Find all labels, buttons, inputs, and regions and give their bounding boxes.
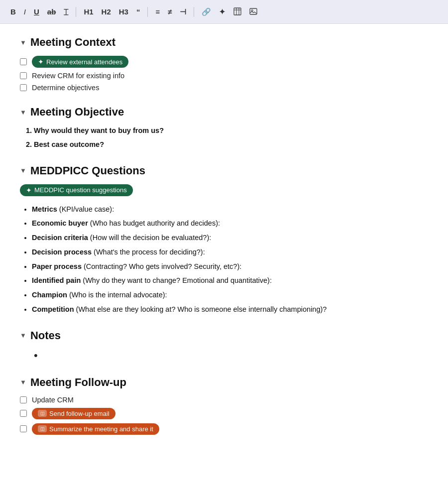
h3-button[interactable]: H3 [116,6,131,17]
underline-button[interactable]: U [31,6,42,17]
meeting-objective-header: ▼ Meeting Objective [20,106,428,119]
send-followup-email-label: Send follow-up email [49,410,110,417]
followup-checkbox-3[interactable] [20,425,27,432]
meeting-context-collapse[interactable]: ▼ [20,39,26,46]
meeting-context-header: ▼ Meeting Context [20,36,428,49]
meddpicc-decision-process: Decision process (What's the process for… [32,247,428,258]
meddpicc-list: Metrics (KPI/value case): Economic buyer… [20,204,428,315]
strikethrough-button[interactable]: ab [45,6,59,17]
checklist-item-2: Review CRM for existing info [20,72,428,80]
link-button[interactable]: 🔗 [199,6,214,17]
notes-header: ▼ Notes [20,329,428,342]
checklist-item-2-label: Review CRM for existing info [32,72,124,80]
meddpicc-title: MEDDPICC Questions [30,164,145,177]
quote-button[interactable]: “ [134,6,143,17]
meddpicc-section: ▼ MEDDPICC Questions ✦ MEDDPIC question … [20,164,428,315]
meddpicc-economic-buyer: Economic buyer (Who has budget authority… [32,218,428,229]
review-external-attendees-badge[interactable]: ✦ Review external attendees [32,56,128,68]
notes-collapse[interactable]: ▼ [20,332,26,339]
crm-icon-1: ◫ [38,410,47,417]
meddpic-suggestions-label: MEDDPIC question suggestions [34,186,127,194]
separator-1 [76,7,76,17]
send-followup-email-badge[interactable]: ◫ Send follow-up email [32,408,115,419]
ai-sparkle-button[interactable]: ✦ [217,6,228,17]
meeting-objective-collapse[interactable]: ▼ [20,109,26,116]
image-button[interactable] [247,6,260,18]
checklist-item-3-label: Determine objectives [32,84,99,92]
crm-icon-2: ◫ [38,425,47,432]
meeting-objective-section: ▼ Meeting Objective Why would they want … [20,106,428,150]
meeting-followup-header: ▼ Meeting Follow-up [20,376,428,389]
meddpicc-header: ▼ MEDDPICC Questions [20,164,428,177]
checklist-button[interactable]: ⊣ [177,6,189,17]
h1-button[interactable]: H1 [81,6,96,17]
checklist-item-3: Determine objectives [20,84,428,92]
toolbar: B I U ab ⌶ H1 H2 H3 “ ≡ ≠ ⊣ 🔗 ✦ [0,0,448,24]
meddpic-suggestions-badge[interactable]: ✦ MEDDPIC question suggestions [20,184,133,196]
meddpicc-collapse[interactable]: ▼ [20,167,26,174]
separator-2 [147,7,148,17]
svg-rect-0 [234,8,241,15]
svg-rect-4 [250,8,257,14]
meddpicc-badge-container: ✦ MEDDPIC question suggestions [20,184,428,196]
meddpicc-champion: Champion (Who is the internal advocate): [32,290,428,301]
meeting-objective-list: Why would they want to buy from us? Best… [20,125,428,150]
followup-item-2: ◫ Send follow-up email [20,408,428,419]
notes-bullet-point: • [20,349,428,362]
h2-button[interactable]: H2 [99,6,113,17]
review-external-attendees-label: Review external attendees [46,58,122,66]
meeting-followup-title: Meeting Follow-up [30,376,126,389]
svg-point-5 [251,9,253,11]
checklist-checkbox-1[interactable] [20,58,27,65]
meeting-followup-section: ▼ Meeting Follow-up Update CRM ◫ Send fo… [20,376,428,435]
objective-item-1: Why would they want to buy from us? [34,125,428,136]
highlight-button[interactable]: ⌶ [61,6,71,17]
meeting-followup-collapse[interactable]: ▼ [20,378,26,386]
summarize-meeting-label: Summarize the meeting and share it [49,425,153,433]
followup-checkbox-1[interactable] [20,396,27,403]
objective-item-2: Best case outcome? [34,139,428,150]
unordered-list-button[interactable]: ≠ [165,6,174,17]
sparkle-icon-1: ✦ [38,58,44,66]
meddpicc-competition: Competition (What else are they looking … [32,304,428,315]
meddpicc-metrics: Metrics (KPI/value case): [32,204,428,215]
main-content: ▼ Meeting Context ✦ Review external atte… [0,24,448,500]
checklist-checkbox-2[interactable] [20,72,27,79]
separator-3 [194,7,194,17]
notes-title: Notes [30,329,61,342]
followup-item-1: Update CRM [20,396,428,404]
followup-item-3: ◫ Summarize the meeting and share it [20,423,428,435]
checklist-checkbox-3[interactable] [20,84,27,91]
sparkle-icon-2: ✦ [26,186,32,194]
meddpicc-decision-criteria: Decision criteria (How will the decision… [32,233,428,244]
meeting-context-title: Meeting Context [30,36,115,49]
meddpicc-identified-pain: Identified pain (Why do they want to cha… [32,275,428,286]
ordered-list-button[interactable]: ≡ [153,6,162,17]
followup-item-1-label: Update CRM [32,396,74,404]
meeting-context-section: ▼ Meeting Context ✦ Review external atte… [20,36,428,92]
meeting-objective-title: Meeting Objective [30,106,124,119]
followup-checkbox-2[interactable] [20,410,27,417]
meddpicc-paper-process: Paper process (Contracting? Who gets inv… [32,261,428,272]
italic-button[interactable]: I [21,6,28,17]
summarize-meeting-badge[interactable]: ◫ Summarize the meeting and share it [32,423,159,435]
bold-button[interactable]: B [8,6,18,17]
table-button[interactable] [231,6,244,18]
checklist-item-1: ✦ Review external attendees [20,56,428,68]
notes-section: ▼ Notes • [20,329,428,362]
